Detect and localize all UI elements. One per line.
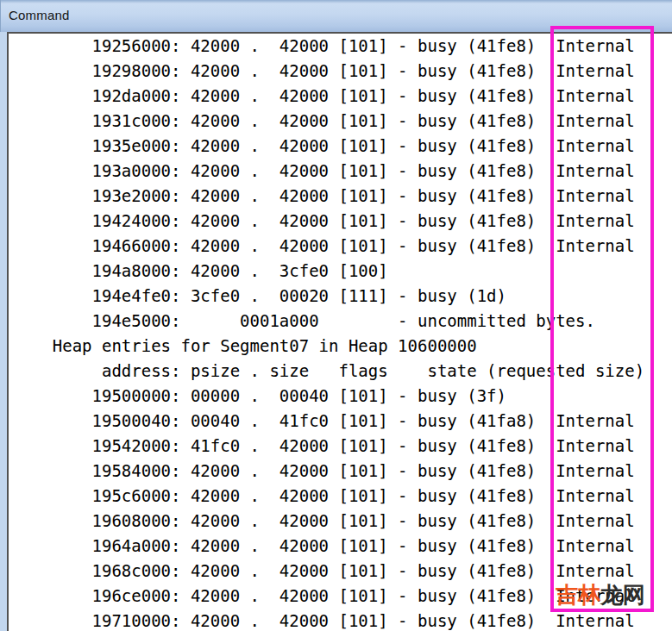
command-output-pane[interactable]: 19256000: 42000 . 42000 [101] - busy (41… (7, 32, 672, 631)
watermark-part-2: 龙网 (600, 582, 645, 608)
command-window-titlebar[interactable]: Command (0, 0, 672, 32)
command-output-text: 19256000: 42000 . 42000 [101] - busy (41… (9, 34, 672, 631)
watermark: 吉林龙网 (556, 583, 645, 607)
watermark-part-1: 吉林 (556, 582, 600, 608)
window-title: Command (9, 8, 70, 22)
